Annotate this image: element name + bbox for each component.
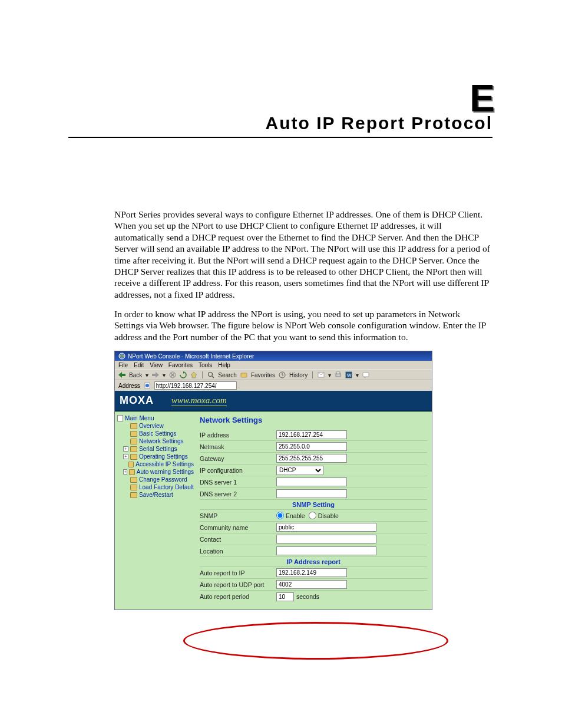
menu-file[interactable]: File	[118, 362, 128, 368]
sidebar-item-label: Load Factory Default	[139, 484, 194, 490]
address-input[interactable]	[154, 381, 237, 390]
label-contact: Contact	[200, 536, 276, 543]
label-disable: Disable	[318, 512, 339, 519]
form-heading: Network Settings	[200, 416, 427, 424]
radio-snmp-enable[interactable]	[276, 512, 284, 519]
row-ip-config: IP configuration DHCP	[200, 465, 427, 476]
radio-snmp-disable[interactable]	[309, 512, 316, 519]
label-auto-port: Auto report to UDP port	[200, 581, 276, 588]
input-ip-address[interactable]	[276, 430, 347, 439]
refresh-icon[interactable]	[180, 371, 187, 378]
input-netmask[interactable]	[276, 442, 347, 451]
input-gateway[interactable]	[276, 454, 347, 463]
sidebar-item[interactable]: Save/Restart	[117, 491, 194, 499]
edit-dropdown-icon[interactable]: ▾	[356, 372, 359, 378]
stop-icon[interactable]	[169, 371, 176, 378]
folder-icon	[128, 462, 134, 467]
expand-icon[interactable]: +	[123, 469, 127, 475]
folder-icon	[130, 485, 137, 490]
folder-icon	[130, 446, 137, 452]
back-button[interactable]: Back	[129, 372, 142, 378]
main-panel: Network Settings IP address Netmask Gate…	[195, 412, 432, 610]
sidebar-item[interactable]: +Auto warning Settings	[117, 468, 194, 476]
input-auto-period[interactable]	[276, 592, 294, 601]
mail-icon[interactable]	[318, 372, 325, 378]
select-ip-config[interactable]: DHCP	[276, 466, 323, 475]
favorites-icon[interactable]	[240, 372, 247, 378]
sidebar-item-label: Overview	[139, 423, 164, 429]
ipreport-section-header: IP Address report	[200, 557, 427, 567]
label-seconds: seconds	[296, 593, 319, 600]
edit-icon[interactable]: W	[345, 371, 352, 378]
label-dns2: DNS server 2	[200, 490, 276, 498]
sidebar-item[interactable]: Change Password	[117, 476, 194, 483]
sidebar-item[interactable]: Overview	[117, 422, 194, 430]
input-auto-port[interactable]	[276, 580, 347, 589]
row-auto-period: Auto report period seconds	[200, 591, 427, 602]
back-arrow-icon[interactable]	[118, 372, 125, 378]
sidebar-item[interactable]: Load Factory Default	[117, 483, 194, 491]
sidebar-item[interactable]: Basic Settings	[117, 430, 194, 437]
discuss-icon[interactable]	[362, 371, 369, 378]
input-community[interactable]	[276, 523, 376, 532]
forward-dropdown-icon[interactable]: ▾	[163, 372, 166, 378]
history-button[interactable]: History	[289, 372, 308, 378]
menu-help[interactable]: Help	[218, 362, 230, 368]
folder-icon	[130, 423, 137, 429]
toolbar-separator	[202, 371, 203, 378]
input-dns2[interactable]	[276, 489, 347, 498]
menu-favorites[interactable]: Favorites	[168, 362, 193, 368]
row-location: Location	[200, 545, 427, 557]
sidebar-item-label: Basic Settings	[139, 430, 176, 437]
row-dns2: DNS server 2	[200, 488, 427, 500]
input-location[interactable]	[276, 546, 376, 555]
folder-icon	[130, 492, 137, 498]
input-contact[interactable]	[276, 535, 376, 543]
back-dropdown-icon[interactable]: ▾	[146, 372, 148, 378]
web-console-body: MOXA www.moxa.com Main Menu OverviewBasi…	[115, 391, 432, 610]
ie-window-title: NPort Web Console - Microsoft Internet E…	[128, 353, 254, 360]
folder-icon	[130, 477, 137, 483]
sidebar-item[interactable]: Accessible IP Settings	[117, 460, 194, 468]
sidebar-root[interactable]: Main Menu	[117, 414, 194, 422]
folder-icon	[130, 439, 137, 444]
page-title: Auto IP Report Protocol	[68, 113, 492, 133]
ie-titlebar: NPort Web Console - Microsoft Internet E…	[115, 351, 432, 361]
menu-view[interactable]: View	[150, 362, 163, 368]
row-gateway: Gateway	[200, 453, 427, 465]
svg-rect-8	[336, 372, 340, 374]
input-auto-ip[interactable]	[276, 568, 347, 577]
sidebar-item[interactable]: Network Settings	[117, 437, 194, 445]
sidebar-item[interactable]: +Operating Settings	[117, 453, 194, 460]
search-button[interactable]: Search	[218, 372, 237, 378]
label-auto-period: Auto report period	[200, 593, 276, 600]
menu-edit[interactable]: Edit	[134, 362, 144, 368]
mail-dropdown-icon[interactable]: ▾	[328, 372, 331, 378]
input-dns1[interactable]	[276, 477, 347, 486]
expand-icon[interactable]: +	[123, 446, 128, 452]
address-label: Address	[118, 383, 140, 389]
forward-arrow-icon[interactable]	[152, 372, 159, 378]
moxa-url[interactable]: www.moxa.com	[171, 396, 227, 406]
print-icon[interactable]	[335, 371, 342, 378]
ie-addressbar: Address	[115, 380, 432, 391]
home-icon[interactable]	[190, 371, 197, 378]
label-auto-ip: Auto report to IP	[200, 569, 276, 577]
expand-icon[interactable]: +	[123, 454, 128, 459]
paragraph-2: In order to know what IP address the NPo…	[114, 308, 491, 342]
toolbar-separator-2	[312, 371, 313, 378]
favorites-button[interactable]: Favorites	[251, 372, 275, 378]
title-rule	[68, 137, 492, 138]
svg-point-13	[146, 384, 149, 387]
label-ip-config: IP configuration	[200, 467, 276, 474]
sidebar-item[interactable]: +Serial Settings	[117, 445, 194, 453]
folder-icon	[129, 469, 134, 475]
label-snmp: SNMP	[200, 512, 276, 519]
menu-tools[interactable]: Tools	[199, 362, 212, 368]
ie-window: NPort Web Console - Microsoft Internet E…	[114, 351, 432, 610]
search-icon[interactable]	[207, 371, 214, 378]
label-community: Community name	[200, 524, 276, 531]
svg-rect-4	[241, 373, 247, 377]
svg-text:W: W	[347, 373, 352, 378]
history-icon[interactable]	[279, 371, 286, 378]
